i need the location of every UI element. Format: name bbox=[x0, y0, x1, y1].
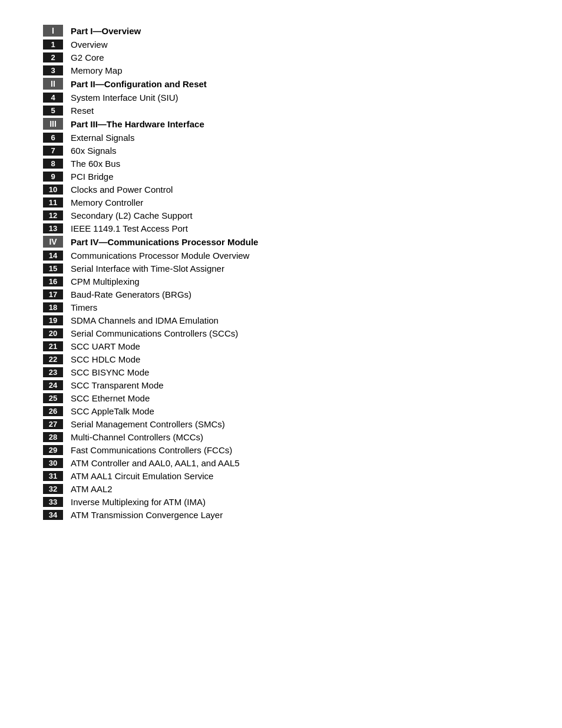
chapter-badge: 34 bbox=[43, 510, 63, 520]
chapter-label: ATM Transmission Convergence Layer bbox=[71, 510, 223, 520]
chapter-row: 4 System Interface Unit (SIU) bbox=[35, 91, 527, 104]
chapter-num-cell: 28 bbox=[35, 430, 71, 443]
chapter-label-cell: ATM Transmission Convergence Layer bbox=[71, 508, 527, 521]
chapter-label: Serial Interface with Time-Slot Assigner bbox=[71, 263, 224, 274]
chapter-label: G2 Core bbox=[71, 52, 104, 62]
chapter-num-cell: 26 bbox=[35, 404, 71, 417]
part-row: III Part III—The Hardware Interface bbox=[35, 117, 527, 131]
chapter-label: Reset bbox=[71, 106, 94, 116]
chapter-num-cell: 3 bbox=[35, 64, 71, 77]
toc-table: I Part I—Overview 1 Overview 2 G2 Core 3 bbox=[35, 24, 527, 521]
chapter-num-cell: 22 bbox=[35, 353, 71, 365]
chapter-num-cell: 10 bbox=[35, 183, 71, 196]
chapter-num-cell: 7 bbox=[35, 144, 71, 157]
part-label-cell: Part IV—Communications Processor Module bbox=[71, 235, 527, 249]
chapter-num-cell: 23 bbox=[35, 365, 71, 378]
chapter-label: 60x Signals bbox=[71, 146, 117, 156]
chapter-label-cell: SCC Ethernet Mode bbox=[71, 391, 527, 404]
chapter-row: 21 SCC UART Mode bbox=[35, 340, 527, 353]
chapter-label-cell: ATM AAL1 Circuit Emulation Service bbox=[71, 469, 527, 482]
chapter-badge: 13 bbox=[43, 223, 63, 233]
chapter-badge: 24 bbox=[43, 380, 63, 390]
chapter-num-cell: 27 bbox=[35, 417, 71, 430]
part-label-cell: Part I—Overview bbox=[71, 24, 527, 38]
chapter-label: Communications Processor Module Overview bbox=[71, 251, 249, 261]
chapter-label-cell: Memory Controller bbox=[71, 196, 527, 209]
chapter-label-cell: Timers bbox=[71, 301, 527, 314]
part-badge-cell: I bbox=[35, 24, 71, 38]
chapter-label-cell: Fast Communications Controllers (FCCs) bbox=[71, 443, 527, 456]
chapter-num-cell: 13 bbox=[35, 222, 71, 235]
chapter-row: 27 Serial Management Controllers (SMCs) bbox=[35, 417, 527, 430]
chapter-num-cell: 25 bbox=[35, 391, 71, 404]
chapter-num-cell: 34 bbox=[35, 508, 71, 521]
chapter-badge: 25 bbox=[43, 393, 63, 403]
chapter-row: 12 Secondary (L2) Cache Support bbox=[35, 209, 527, 222]
part-row: I Part I—Overview bbox=[35, 24, 527, 38]
chapter-label: SCC UART Mode bbox=[71, 341, 140, 351]
chapter-label: Multi-Channel Controllers (MCCs) bbox=[71, 432, 203, 442]
chapter-row: 31 ATM AAL1 Circuit Emulation Service bbox=[35, 469, 527, 482]
chapter-badge: 8 bbox=[43, 159, 63, 169]
chapter-badge: 29 bbox=[43, 445, 63, 455]
part-row: II Part II—Configuration and Reset bbox=[35, 77, 527, 91]
chapter-badge: 14 bbox=[43, 251, 63, 261]
chapter-label-cell: SDMA Channels and IDMA Emulation bbox=[71, 314, 527, 327]
chapter-row: 16 CPM Multiplexing bbox=[35, 275, 527, 288]
chapter-label-cell: Memory Map bbox=[71, 64, 527, 77]
chapter-label: The 60x Bus bbox=[71, 159, 120, 169]
chapter-label-cell: Inverse Multiplexing for ATM (IMA) bbox=[71, 495, 527, 508]
chapter-label-cell: Secondary (L2) Cache Support bbox=[71, 209, 527, 222]
chapter-row: 2 G2 Core bbox=[35, 51, 527, 64]
chapter-num-cell: 17 bbox=[35, 288, 71, 301]
chapter-label: SCC Ethernet Mode bbox=[71, 393, 150, 403]
chapter-label-cell: Multi-Channel Controllers (MCCs) bbox=[71, 430, 527, 443]
chapter-badge: 5 bbox=[43, 106, 63, 116]
chapter-label-cell: SCC AppleTalk Mode bbox=[71, 404, 527, 417]
chapter-row: 30 ATM Controller and AAL0, AAL1, and AA… bbox=[35, 456, 527, 469]
chapter-label: IEEE 1149.1 Test Access Port bbox=[71, 223, 188, 233]
chapter-num-cell: 4 bbox=[35, 91, 71, 104]
chapter-badge: 33 bbox=[43, 497, 63, 507]
part-badge: IV bbox=[43, 236, 63, 248]
chapter-label: External Signals bbox=[71, 133, 134, 143]
chapter-label: Baud-Rate Generators (BRGs) bbox=[71, 289, 191, 299]
chapter-label: Fast Communications Controllers (FCCs) bbox=[71, 445, 232, 455]
chapter-label: Inverse Multiplexing for ATM (IMA) bbox=[71, 497, 206, 507]
part-label-cell: Part III—The Hardware Interface bbox=[71, 117, 527, 131]
chapter-num-cell: 21 bbox=[35, 340, 71, 353]
chapter-badge: 21 bbox=[43, 341, 63, 351]
chapter-num-cell: 1 bbox=[35, 38, 71, 51]
chapter-row: 24 SCC Transparent Mode bbox=[35, 378, 527, 391]
part-label: Part I—Overview bbox=[71, 26, 141, 36]
chapter-row: 3 Memory Map bbox=[35, 64, 527, 77]
chapter-num-cell: 20 bbox=[35, 327, 71, 340]
chapter-label-cell: Reset bbox=[71, 104, 527, 117]
part-label: Part III—The Hardware Interface bbox=[71, 119, 204, 129]
chapter-label: Serial Communications Controllers (SCCs) bbox=[71, 328, 238, 338]
chapter-num-cell: 19 bbox=[35, 314, 71, 327]
chapter-num-cell: 16 bbox=[35, 275, 71, 288]
chapter-label-cell: Serial Communications Controllers (SCCs) bbox=[71, 327, 527, 340]
chapter-num-cell: 11 bbox=[35, 196, 71, 209]
chapter-row: 28 Multi-Channel Controllers (MCCs) bbox=[35, 430, 527, 443]
part-badge: III bbox=[43, 118, 63, 130]
chapter-num-cell: 24 bbox=[35, 378, 71, 391]
chapter-row: 11 Memory Controller bbox=[35, 196, 527, 209]
chapter-row: 14 Communications Processor Module Overv… bbox=[35, 249, 527, 262]
chapter-row: 34 ATM Transmission Convergence Layer bbox=[35, 508, 527, 521]
chapter-label: Clocks and Power Control bbox=[71, 185, 173, 195]
chapter-label: ATM AAL1 Circuit Emulation Service bbox=[71, 471, 213, 481]
chapter-badge: 19 bbox=[43, 315, 63, 325]
chapter-badge: 27 bbox=[43, 419, 63, 429]
chapter-label: SCC HDLC Mode bbox=[71, 354, 140, 364]
chapter-num-cell: 15 bbox=[35, 262, 71, 275]
chapter-label-cell: System Interface Unit (SIU) bbox=[71, 91, 527, 104]
chapter-badge: 15 bbox=[43, 263, 63, 274]
chapter-label: ATM Controller and AAL0, AAL1, and AAL5 bbox=[71, 458, 240, 468]
chapter-row: 13 IEEE 1149.1 Test Access Port bbox=[35, 222, 527, 235]
chapter-badge: 4 bbox=[43, 93, 63, 103]
chapter-label: Overview bbox=[71, 39, 108, 50]
chapter-num-cell: 8 bbox=[35, 157, 71, 170]
chapter-badge: 32 bbox=[43, 484, 63, 494]
